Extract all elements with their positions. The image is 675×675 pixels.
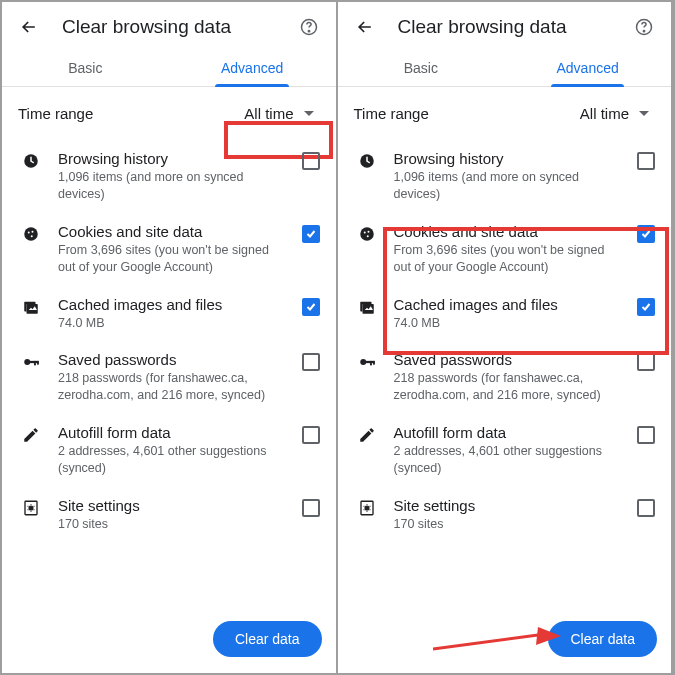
svg-point-4 — [28, 231, 30, 233]
item-title: Browsing history — [394, 150, 624, 167]
tab-basic[interactable]: Basic — [338, 48, 505, 86]
edit-icon — [354, 424, 380, 444]
checkbox-passwords[interactable] — [637, 353, 655, 371]
checkbox-site-settings[interactable] — [302, 499, 320, 517]
checkbox-cookies[interactable] — [302, 225, 320, 243]
item-cookies[interactable]: Cookies and site data From 3,696 sites (… — [346, 213, 664, 286]
header: Clear browsing data — [338, 2, 672, 48]
svg-point-20 — [363, 231, 365, 233]
item-title: Cached images and files — [58, 296, 288, 313]
tab-advanced[interactable]: Advanced — [169, 48, 336, 86]
arrow-annotation-icon — [433, 627, 563, 657]
item-passwords[interactable]: Saved passwords 218 passwords (for fansh… — [346, 341, 664, 414]
checkbox-cache[interactable] — [637, 298, 655, 316]
svg-rect-28 — [370, 361, 372, 366]
svg-line-32 — [433, 635, 538, 649]
data-type-list: Browsing history 1,096 items (and more o… — [2, 140, 336, 543]
item-sub: From 3,696 sites (you won't be signed ou… — [394, 242, 624, 276]
clear-data-button[interactable]: Clear data — [213, 621, 322, 657]
item-sub: 2 addresses, 4,601 other suggestions (sy… — [58, 443, 288, 477]
cookie-icon — [354, 223, 380, 243]
clear-data-screen-left: Clear browsing data Basic Advanced Time … — [2, 2, 338, 673]
image-icon — [354, 296, 380, 316]
time-range-value: All time — [580, 105, 629, 122]
item-title: Site settings — [58, 497, 288, 514]
tab-basic[interactable]: Basic — [2, 48, 169, 86]
item-title: Site settings — [394, 497, 624, 514]
item-title: Browsing history — [58, 150, 288, 167]
item-title: Saved passwords — [394, 351, 624, 368]
time-range-label: Time range — [354, 105, 570, 122]
checkbox-cookies[interactable] — [637, 225, 655, 243]
svg-point-22 — [366, 235, 368, 237]
help-icon[interactable] — [298, 16, 320, 38]
page-title: Clear browsing data — [398, 16, 634, 38]
edit-icon — [18, 424, 44, 444]
checkbox-autofill[interactable] — [637, 426, 655, 444]
item-cache[interactable]: Cached images and files 74.0 MB — [346, 286, 664, 342]
item-browsing-history[interactable]: Browsing history 1,096 items (and more o… — [10, 140, 328, 213]
back-icon[interactable] — [18, 16, 40, 38]
item-browsing-history[interactable]: Browsing history 1,096 items (and more o… — [346, 140, 664, 213]
time-range-row: Time range All time — [338, 87, 672, 140]
tabs: Basic Advanced — [2, 48, 336, 87]
item-passwords[interactable]: Saved passwords 218 passwords (for fansh… — [10, 341, 328, 414]
time-range-dropdown[interactable]: All time — [570, 101, 655, 126]
svg-point-21 — [367, 231, 369, 233]
site-settings-icon — [354, 497, 380, 517]
svg-rect-13 — [37, 361, 39, 365]
checkbox-history[interactable] — [302, 152, 320, 170]
header: Clear browsing data — [2, 2, 336, 48]
history-icon — [354, 150, 380, 170]
svg-rect-29 — [373, 361, 375, 365]
item-site-settings[interactable]: Site settings 170 sites — [10, 487, 328, 543]
time-range-label: Time range — [18, 105, 234, 122]
checkbox-site-settings[interactable] — [637, 499, 655, 517]
item-autofill[interactable]: Autofill form data 2 addresses, 4,601 ot… — [346, 414, 664, 487]
item-sub: 2 addresses, 4,601 other suggestions (sy… — [394, 443, 624, 477]
item-sub: 218 passwords (for fanshawec.ca, zerodha… — [58, 370, 288, 404]
page-title: Clear browsing data — [62, 16, 298, 38]
item-title: Autofill form data — [58, 424, 288, 441]
svg-point-5 — [32, 231, 34, 233]
svg-point-3 — [24, 227, 38, 241]
site-settings-icon — [18, 497, 44, 517]
item-autofill[interactable]: Autofill form data 2 addresses, 4,601 ot… — [10, 414, 328, 487]
item-sub: 1,096 items (and more on synced devices) — [394, 169, 624, 203]
history-icon — [18, 150, 44, 170]
cookie-icon — [18, 223, 44, 243]
svg-point-17 — [643, 31, 644, 32]
item-cache[interactable]: Cached images and files 74.0 MB — [10, 286, 328, 342]
item-sub: 170 sites — [394, 516, 624, 533]
item-sub: 218 passwords (for fanshawec.ca, zerodha… — [394, 370, 624, 404]
checkbox-history[interactable] — [637, 152, 655, 170]
item-title: Saved passwords — [58, 351, 288, 368]
item-cookies[interactable]: Cookies and site data From 3,696 sites (… — [10, 213, 328, 286]
footer: Clear data — [2, 609, 336, 673]
item-title: Cached images and files — [394, 296, 624, 313]
back-icon[interactable] — [354, 16, 376, 38]
checkbox-cache[interactable] — [302, 298, 320, 316]
item-site-settings[interactable]: Site settings 170 sites — [346, 487, 664, 543]
time-range-dropdown[interactable]: All time — [234, 101, 319, 126]
checkbox-passwords[interactable] — [302, 353, 320, 371]
data-type-list: Browsing history 1,096 items (and more o… — [338, 140, 672, 543]
item-sub: 170 sites — [58, 516, 288, 533]
chevron-down-icon — [304, 111, 314, 116]
checkbox-autofill[interactable] — [302, 426, 320, 444]
item-sub: 1,096 items (and more on synced devices) — [58, 169, 288, 203]
svg-point-26 — [360, 359, 366, 365]
clear-data-button[interactable]: Clear data — [548, 621, 657, 657]
item-title: Cookies and site data — [58, 223, 288, 240]
tabs: Basic Advanced — [338, 48, 672, 87]
item-sub: From 3,696 sites (you won't be signed ou… — [58, 242, 288, 276]
svg-point-1 — [308, 31, 309, 32]
tab-advanced[interactable]: Advanced — [504, 48, 671, 86]
svg-rect-12 — [34, 361, 36, 366]
item-title: Autofill form data — [394, 424, 624, 441]
help-icon[interactable] — [633, 16, 655, 38]
svg-point-10 — [24, 359, 30, 365]
clear-data-screen-right: Clear browsing data Basic Advanced Time … — [338, 2, 674, 673]
item-sub: 74.0 MB — [394, 315, 624, 332]
item-sub: 74.0 MB — [58, 315, 288, 332]
